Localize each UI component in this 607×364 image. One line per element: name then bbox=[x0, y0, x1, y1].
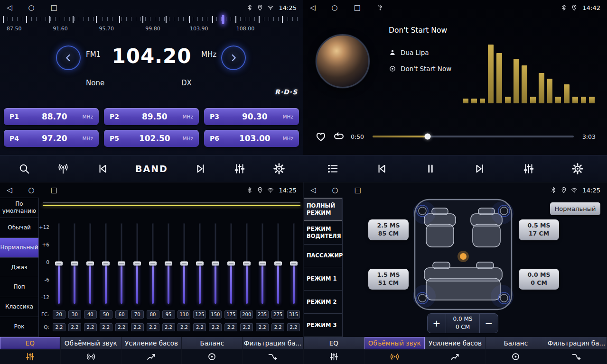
audio-settings-tab[interactable]: Баланс bbox=[486, 337, 546, 364]
equalizer-icon[interactable] bbox=[523, 163, 535, 175]
nav-home-button[interactable]: ○ bbox=[332, 4, 338, 11]
eq-band-slider[interactable] bbox=[118, 223, 125, 304]
eq-band-slider[interactable] bbox=[274, 223, 282, 304]
eq-slider-handle[interactable] bbox=[227, 262, 235, 266]
settings-gear-icon[interactable] bbox=[273, 163, 285, 175]
eq-slider-handle[interactable] bbox=[243, 262, 251, 266]
nav-back-button[interactable]: ◁ bbox=[310, 4, 316, 11]
eq-band-slider[interactable] bbox=[259, 223, 266, 304]
eq-preset-item[interactable]: Обычай bbox=[0, 218, 38, 238]
eq-band-slider[interactable] bbox=[196, 223, 204, 304]
listening-mode-menu: ПОЛНЫЙ РЕЖИМ РЕЖИМ ВОДИТЕЛЯ ПАССАЖИР РЕЖ… bbox=[304, 198, 343, 337]
audio-settings-tab[interactable]: Фильтрация ба... bbox=[243, 337, 303, 364]
eq-band-slider[interactable] bbox=[133, 223, 141, 304]
tune-up-button[interactable] bbox=[221, 46, 246, 70]
seek-bar[interactable] bbox=[373, 136, 574, 137]
eq-preset-item[interactable]: Нормальный bbox=[0, 238, 38, 258]
audio-settings-tab[interactable]: EQ bbox=[0, 337, 61, 364]
nav-home-button[interactable]: ○ bbox=[28, 187, 35, 194]
nav-recents-button[interactable]: □ bbox=[51, 4, 57, 11]
next-icon[interactable] bbox=[474, 163, 486, 175]
eq-band-slider[interactable] bbox=[212, 223, 219, 304]
eq-preset-item[interactable]: Поп bbox=[0, 277, 38, 297]
nav-home-button[interactable]: ○ bbox=[332, 187, 338, 194]
nav-recents-button[interactable]: □ bbox=[51, 187, 57, 194]
decrease-delay-button[interactable]: − bbox=[480, 314, 498, 333]
nav-back-button[interactable]: ◁ bbox=[310, 187, 316, 194]
preset-button[interactable]: P5 102.50 MHz bbox=[104, 130, 199, 147]
audio-settings-tab[interactable]: Объёмный звук bbox=[61, 337, 121, 364]
eq-preset-item[interactable]: Классика bbox=[0, 297, 38, 317]
preset-button[interactable]: P4 97.20 MHz bbox=[4, 130, 99, 147]
listening-mode-item[interactable]: ПОЛНЫЙ РЕЖИМ bbox=[304, 198, 342, 221]
eq-preset-item[interactable]: По умолчанию bbox=[0, 198, 38, 218]
increase-delay-button[interactable]: + bbox=[428, 314, 446, 333]
listening-mode-item[interactable]: РЕЖИМ ВОДИТЕЛЯ bbox=[304, 221, 342, 245]
listening-mode-item[interactable]: ПАССАЖИР bbox=[304, 245, 342, 268]
seek-bar-thumb[interactable] bbox=[424, 134, 430, 140]
playlist-icon[interactable] bbox=[327, 163, 339, 175]
eq-band-slider[interactable] bbox=[227, 223, 235, 304]
preset-button[interactable]: P6 103.00 MHz bbox=[204, 130, 299, 147]
eq-slider-handle[interactable] bbox=[259, 262, 266, 266]
broadcast-icon[interactable] bbox=[57, 163, 69, 175]
settings-gear-icon[interactable] bbox=[571, 163, 584, 175]
tuning-indicator bbox=[222, 15, 224, 24]
audio-settings-tab[interactable]: Объёмный звук bbox=[364, 337, 425, 364]
eq-slider-handle[interactable] bbox=[71, 262, 78, 266]
pause-icon[interactable] bbox=[424, 163, 437, 175]
frequency-ruler[interactable]: 87.50 91.60 95.70 99.80 103.90 108.00 bbox=[3, 16, 300, 39]
audio-settings-tab[interactable]: Усиление басов bbox=[121, 337, 182, 364]
eq-slider-handle[interactable] bbox=[55, 262, 63, 266]
previous-icon[interactable] bbox=[96, 163, 109, 175]
eq-slider-handle[interactable] bbox=[274, 262, 282, 266]
eq-band-slider[interactable] bbox=[243, 223, 251, 304]
ruler-label: 103.90 bbox=[190, 26, 208, 32]
eq-slider-handle[interactable] bbox=[165, 262, 172, 266]
visualizer-bar bbox=[488, 45, 494, 103]
eq-band-slider[interactable] bbox=[71, 223, 78, 304]
audio-settings-tab[interactable]: Баланс bbox=[182, 337, 243, 364]
preset-button[interactable]: P1 88.70 MHz bbox=[4, 108, 99, 125]
equalizer-icon[interactable] bbox=[233, 163, 246, 175]
scan-icon[interactable] bbox=[18, 163, 30, 175]
eq-slider-handle[interactable] bbox=[133, 262, 141, 266]
repeat-icon[interactable] bbox=[333, 130, 345, 143]
eq-slider-handle[interactable] bbox=[86, 262, 94, 266]
eq-band-slider[interactable] bbox=[86, 223, 94, 304]
listening-mode-item[interactable]: РЕЖИМ 3 bbox=[304, 314, 342, 337]
next-icon[interactable] bbox=[195, 163, 207, 175]
audio-settings-tab[interactable]: Усиление басов bbox=[425, 337, 486, 364]
tab-icon-cell bbox=[61, 349, 121, 364]
eq-band-slider[interactable] bbox=[180, 223, 188, 304]
eq-band-slider[interactable] bbox=[102, 223, 110, 304]
previous-icon[interactable] bbox=[375, 163, 388, 175]
eq-preset-item[interactable]: Рок bbox=[0, 317, 38, 337]
preset-button[interactable]: P2 89.50 MHz bbox=[104, 108, 199, 125]
audio-settings-tab[interactable]: EQ bbox=[304, 337, 364, 364]
eq-band-slider[interactable] bbox=[55, 223, 63, 304]
nav-back-button[interactable]: ◁ bbox=[7, 187, 12, 194]
eq-band-slider[interactable] bbox=[149, 223, 157, 304]
eq-slider-handle[interactable] bbox=[180, 262, 188, 266]
eq-band-slider[interactable] bbox=[290, 223, 298, 304]
preset-button[interactable]: P3 90.30 MHz bbox=[204, 108, 299, 125]
eq-preset-item[interactable]: Джаз bbox=[0, 258, 38, 278]
eq-slider-handle[interactable] bbox=[149, 262, 157, 266]
eq-slider-handle[interactable] bbox=[212, 262, 219, 266]
audio-settings-tab[interactable]: Фильтрация ба... bbox=[546, 337, 607, 364]
favorite-heart-icon[interactable] bbox=[315, 130, 327, 143]
eq-band-slider[interactable] bbox=[165, 223, 172, 304]
nav-back-button[interactable]: ◁ bbox=[7, 4, 12, 11]
nav-recents-button[interactable]: □ bbox=[355, 187, 361, 194]
eq-slider-handle[interactable] bbox=[102, 262, 110, 266]
sound-preset-button[interactable]: Нормальный bbox=[550, 202, 600, 215]
eq-slider-handle[interactable] bbox=[290, 262, 298, 266]
listening-mode-item[interactable]: РЕЖИМ 1 bbox=[304, 267, 342, 291]
band-button[interactable]: BAND bbox=[135, 164, 168, 174]
nav-recents-button[interactable]: □ bbox=[354, 4, 361, 11]
eq-slider-handle[interactable] bbox=[196, 262, 204, 266]
listening-mode-item[interactable]: РЕЖИМ 2 bbox=[304, 291, 342, 314]
eq-slider-handle[interactable] bbox=[118, 262, 125, 266]
nav-home-button[interactable]: ○ bbox=[28, 4, 35, 11]
